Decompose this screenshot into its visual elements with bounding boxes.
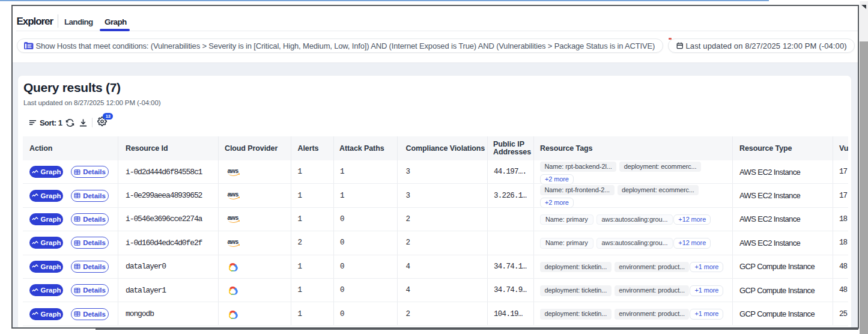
svg-text:aws: aws <box>227 239 238 245</box>
svg-text:aws: aws <box>227 168 238 174</box>
svg-text:aws: aws <box>227 215 238 221</box>
svg-text:aws: aws <box>227 192 238 198</box>
